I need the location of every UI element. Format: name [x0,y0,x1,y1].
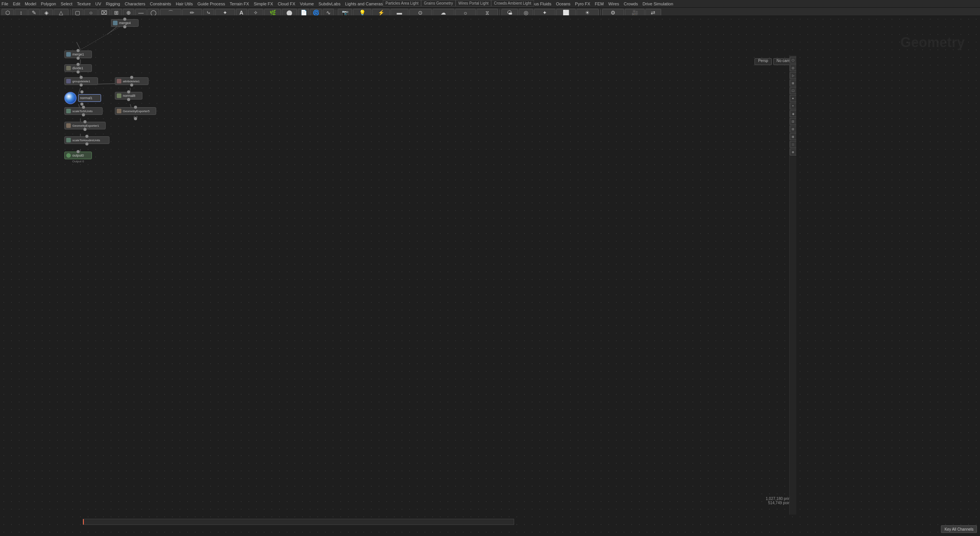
vp-icon-1[interactable]: ⬡ [790,57,797,64]
vp-icon-2[interactable]: ◎ [790,64,797,71]
key-all-channels-btn[interactable]: Key All Channels [941,525,977,533]
node-groupdelete1-output [80,83,83,87]
menu-bar: File Edit Model Polygon Select Texture U… [0,0,980,8]
menu-edit[interactable]: Edit [13,2,20,6]
node-editor-section: ◀ ▶ ⊙ obj › SM_DestroyRBO_Ruin_Church_Wa… [797,369,980,515]
vp-icon-8[interactable]: ◈ [790,110,797,117]
vp-icon-10[interactable]: ⊟ [790,126,797,132]
node-merge1[interactable]: merge1 [64,51,92,58]
node-scaleToHoudiniUnits-output [85,142,88,145]
node-normal1[interactable]: normal1 [64,92,101,104]
node-GeometryExporter5-output [134,117,137,120]
node-scaleToSIUnits[interactable]: scaleToSIUnits [64,107,103,115]
vp-icon-11[interactable]: ⊞ [790,133,797,140]
menu-lights-cameras[interactable]: Lights and Cameras [345,2,382,6]
menu-simple-fx[interactable]: Simple FX [254,2,273,6]
menu-fem[interactable]: FEM [595,2,604,6]
node-sphere-icon [64,92,77,104]
node-attribdelete1-output [130,83,133,87]
node-output0[interactable]: output0 Output 0 [64,152,92,163]
node-GeometryExporter5[interactable]: GeometryExporter5 2.0 [115,107,156,119]
menu-grains[interactable]: Grains [431,2,443,6]
node-GeometryExporter1-output [83,128,87,131]
menu-volume[interactable]: Volume [300,2,314,6]
node-merge4-output [123,25,126,28]
menu-pyro-fx[interactable]: Pyro FX [575,2,590,6]
svg-line-40 [77,42,80,50]
node-GeometryExporter1[interactable]: GeometryExporter1 [64,122,106,129]
menu-wires[interactable]: Wires [608,2,619,6]
menu-collisions[interactable]: Collisions [387,2,405,6]
right-panel: ⊙ obj › SM_DestroyRBO_Ruin_Church_Wall_E… [796,38,980,515]
viewport-controls: Persp No cam [755,58,793,65]
menu-texture[interactable]: Texture [77,2,91,6]
node-merge1-output [77,57,80,60]
menu-uv[interactable]: UV [95,2,101,6]
node-normal1-output [80,103,83,106]
menu-characters[interactable]: Characters [125,2,145,6]
menu-oceans[interactable]: Oceans [556,2,570,6]
node-divide1-output [77,70,80,74]
menu-particles[interactable]: Particles [410,2,426,6]
node-normal8-input [127,90,130,93]
node-scaleToSIUnits-output [82,113,85,116]
node-GeometryExporter5-input [134,106,137,109]
menu-terrain-fx[interactable]: Terrain FX [230,2,249,6]
node-merge4[interactable]: merge4 [111,19,139,27]
vp-icon-3[interactable]: ▷ [790,72,797,79]
menu-guide-process[interactable]: Guide Process [198,2,225,6]
node-normal1-input [80,90,83,93]
menu-select[interactable]: Select [60,2,72,6]
node-groupdelete1-input [80,76,83,79]
menu-rigging[interactable]: Rigging [106,2,120,6]
node-groupdelete1[interactable]: groupdelete1 [64,77,98,85]
timeline-track[interactable] [83,519,514,525]
menu-hair-utils[interactable]: Hair Utils [176,2,193,6]
node-normal8-output [127,98,130,101]
menu-rigid-bodies[interactable]: Rigid Bodies [465,2,489,6]
vp-icon-9[interactable]: ⊡ [790,118,797,125]
node-divide1-input [77,63,80,66]
node-scaleToHoudiniUnits[interactable]: scaleToHoudiniUnits [64,136,109,144]
node-attribdelete1-input [130,76,133,79]
menu-crowds[interactable]: Crowds [624,2,638,6]
vp-icon-12[interactable]: □ [790,141,797,148]
node-divide1[interactable]: divide1 [64,64,92,72]
vp-icon-6[interactable]: ✦ [790,95,797,102]
menu-viscous-fluids[interactable]: Viscous Fluids [524,2,551,6]
vp-icon-13[interactable]: ⊕ [790,149,797,155]
node-connections [0,15,980,536]
svg-line-51 [80,23,126,50]
menu-cloud-fx[interactable]: Cloud FX [278,2,295,6]
menu-vellum[interactable]: Vellum [448,2,461,6]
geometry-bg-label: Geometry [900,34,965,51]
menu-subdivlabs[interactable]: SubdivLabs [318,2,341,6]
menu-model[interactable]: Model [25,2,36,6]
node-canvas[interactable]: Geometry [0,15,980,536]
node-merge1-input [77,49,80,52]
node-GeometryExporter1-input [83,120,87,123]
menu-drive-simulation[interactable]: Drive Simulation [642,2,673,6]
node-scaleToSIUnits-input [82,106,85,109]
menu-constraints[interactable]: Constraints [150,2,171,6]
menu-particle-fluids[interactable]: Particle Fluids [493,2,519,6]
node-scaleToHoudiniUnits-input [85,135,88,138]
vp-icon-5[interactable]: ☐ [790,87,797,94]
node-output0-input [77,150,80,153]
perspective-btn[interactable]: Persp [755,58,771,65]
node-attribdelete1[interactable]: attribdelete1 [115,77,149,85]
vp-icon-7[interactable]: ⌖ [790,103,797,109]
viewport-right-icons: ⬡ ◎ ▷ ⊞ ☐ ✦ ⌖ ◈ ⊡ ⊟ ⊞ □ ⊕ [789,55,796,515]
node-normal8[interactable]: normal8 [115,92,142,100]
node-merge4-input [123,18,126,21]
menu-polygon[interactable]: Polygon [41,2,56,6]
vp-icon-4[interactable]: ⊞ [790,80,797,87]
menu-file[interactable]: File [2,2,8,6]
main-layout: ↖ ✛ ↺ ⇱ ▪ ◪ ◫ ◬ ◭ 👁 ⊡ ⊕ ⌖ □ 🔒 ■ ◼ ⌂ ⊞ [0,38,980,515]
